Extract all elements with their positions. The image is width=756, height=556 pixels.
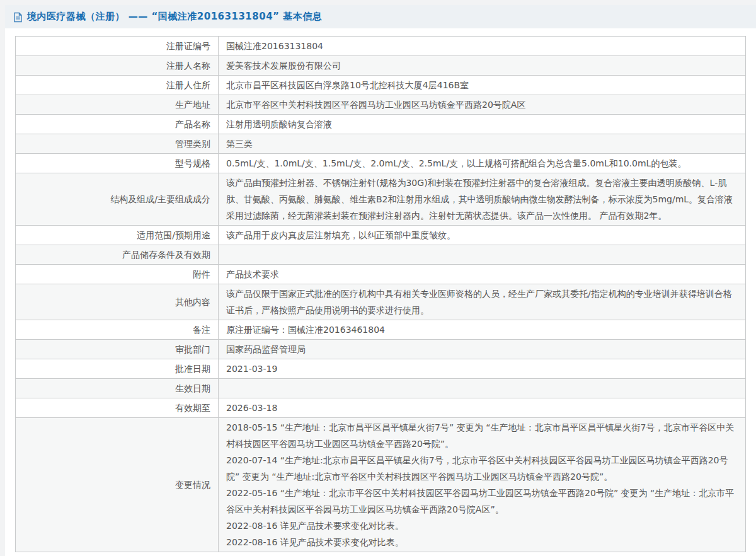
section-header: 境内医疗器械（注册） —— “国械注准20163131804” 基本信息 <box>5 5 756 28</box>
field-value: 产品技术要求 <box>219 265 746 284</box>
field-label: 产品名称 <box>16 115 219 134</box>
table-row-effective-date: 生效日期 <box>16 379 746 398</box>
table-row-structure-composition: 结构及组成/主要组成成分 该产品由预灌封注射器、不锈钢注射针(规格为30G)和封… <box>16 173 746 226</box>
field-value: 该产品用于皮内真皮层注射填充，以纠正颈部中重度皱纹。 <box>219 226 746 245</box>
registration-info: 注册证编号 国械注准20163131804 注册人名称 爱美客技术发展股份有限公… <box>5 28 756 552</box>
table-row-storage-conditions: 产品储存条件及有效期 <box>16 245 746 265</box>
field-label: 产品储存条件及有效期 <box>16 245 219 265</box>
field-label: 型号规格 <box>16 154 219 173</box>
field-value: 国家药品监督管理局 <box>219 340 746 359</box>
field-label: 批准日期 <box>16 359 219 379</box>
field-value: 第三类 <box>219 134 746 154</box>
field-value: 原注册证编号：国械注准20163461804 <box>219 320 746 340</box>
table-row-registration-number: 注册证编号 国械注准20163131804 <box>16 37 746 56</box>
table-row-attachment: 附件 产品技术要求 <box>16 265 746 284</box>
field-value: 国械注准20163131804 <box>219 37 746 56</box>
field-value <box>219 245 746 265</box>
field-label: 生效日期 <box>16 379 219 398</box>
table-row-product-name: 产品名称 注射用透明质酸钠复合溶液 <box>16 115 746 134</box>
field-value: 2018-05-15 “生产地址：北京市昌平区昌平镇星火街7号” 变更为 “生产… <box>219 418 746 552</box>
field-label: 适用范围/预期用途 <box>16 226 219 245</box>
field-label: 有效期至 <box>16 398 219 418</box>
table-row-change-history: 变更情况 2018-05-15 “生产地址：北京市昌平区昌平镇星火街7号” 变更… <box>16 418 746 552</box>
table-row-production-address: 生产地址 北京市平谷区中关村科技园区平谷园马坊工业园区马坊镇金平西路20号院A区 <box>16 95 746 115</box>
field-label: 注册证编号 <box>16 37 219 56</box>
document-icon <box>13 12 23 23</box>
table-row-registrant-name: 注册人名称 爱美客技术发展股份有限公司 <box>16 56 746 76</box>
field-value <box>219 379 746 398</box>
registration-info-table: 注册证编号 国械注准20163131804 注册人名称 爱美客技术发展股份有限公… <box>15 36 746 552</box>
field-value: 北京市平谷区中关村科技园区平谷园马坊工业园区马坊镇金平西路20号院A区 <box>219 95 746 115</box>
field-value: 北京市昌平区科技园区白浮泉路10号北控科技大厦4层416B室 <box>219 76 746 95</box>
field-label: 备注 <box>16 320 219 340</box>
field-value: 2026-03-18 <box>219 398 746 418</box>
field-label: 附件 <box>16 265 219 284</box>
field-label: 其他内容 <box>16 284 219 320</box>
table-row-other-content: 其他内容 该产品仅限于国家正式批准的医疗机构中具有相关专业医师资格的人员，经生产… <box>16 284 746 320</box>
field-label: 审批部门 <box>16 340 219 359</box>
table-row-valid-until: 有效期至 2026-03-18 <box>16 398 746 418</box>
field-value: 0.5mL/支、1.0mL/支、1.5mL/支、2.0mL/支、2.5mL/支，… <box>219 154 746 173</box>
table-row-model-spec: 型号规格 0.5mL/支、1.0mL/支、1.5mL/支、2.0mL/支、2.5… <box>16 154 746 173</box>
field-value: 注射用透明质酸钠复合溶液 <box>219 115 746 134</box>
field-label: 注册人住所 <box>16 76 219 95</box>
field-label: 管理类别 <box>16 134 219 154</box>
field-label: 变更情况 <box>16 418 219 552</box>
table-row-remarks: 备注 原注册证编号：国械注准20163461804 <box>16 320 746 340</box>
table-row-registrant-address: 注册人住所 北京市昌平区科技园区白浮泉路10号北控科技大厦4层416B室 <box>16 76 746 95</box>
field-value: 2021-03-19 <box>219 359 746 379</box>
field-label: 结构及组成/主要组成成分 <box>16 173 219 226</box>
field-value: 爱美客技术发展股份有限公司 <box>219 56 746 76</box>
content-panel: 境内医疗器械（注册） —— “国械注准20163131804” 基本信息 注册证… <box>5 5 756 556</box>
table-row-management-class: 管理类别 第三类 <box>16 134 746 154</box>
field-label: 注册人名称 <box>16 56 219 76</box>
field-value: 该产品仅限于国家正式批准的医疗机构中具有相关专业医师资格的人员，经生产厂家或其委… <box>219 284 746 320</box>
table-row-approval-date: 批准日期 2021-03-19 <box>16 359 746 379</box>
page-title: 境内医疗器械（注册） —— “国械注准20163131804” 基本信息 <box>27 11 322 23</box>
field-label: 生产地址 <box>16 95 219 115</box>
table-row-approval-department: 审批部门 国家药品监督管理局 <box>16 340 746 359</box>
table-row-intended-use: 适用范围/预期用途 该产品用于皮内真皮层注射填充，以纠正颈部中重度皱纹。 <box>16 226 746 245</box>
field-value: 该产品由预灌封注射器、不锈钢注射针(规格为30G)和封装在预灌封注射器中的复合溶… <box>219 173 746 226</box>
